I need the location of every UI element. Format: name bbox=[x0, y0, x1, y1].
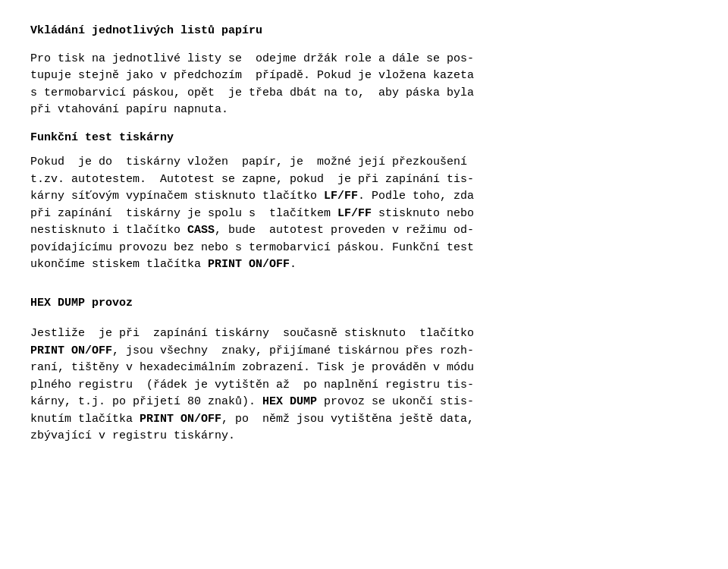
page-title: Vkládání jednotlivých listů papíru bbox=[30, 23, 682, 40]
paragraph-1: Pro tisk na jednotlivé listy se odejme d… bbox=[30, 51, 682, 119]
paragraph-3: Jestliže je při zapínání tiskárny součas… bbox=[30, 325, 682, 445]
section1-title: Funkční test tiskárny bbox=[30, 130, 682, 147]
page-content: Vkládání jednotlivých listů papíru Pro t… bbox=[30, 23, 682, 445]
paragraph-2: Pokud je do tiskárny vložen papír, je mo… bbox=[30, 154, 682, 274]
section2-title: HEX DUMP provoz bbox=[30, 295, 682, 313]
hex-dump-section: HEX DUMP provoz Jestliže je při zapínání… bbox=[30, 295, 682, 445]
